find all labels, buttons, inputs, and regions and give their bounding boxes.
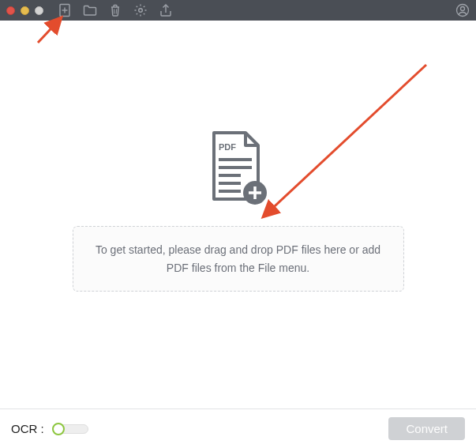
toolbar-right	[455, 3, 470, 17]
add-file-icon[interactable]	[58, 3, 72, 17]
trash-icon[interactable]	[108, 3, 122, 17]
footer: OCR : Convert	[0, 408, 476, 448]
toggle-knob	[52, 423, 65, 435]
export-icon[interactable]	[159, 3, 173, 17]
pdf-add-icon: PDF	[204, 130, 272, 212]
ocr-label: OCR :	[11, 422, 44, 435]
svg-point-7	[461, 7, 465, 11]
user-icon[interactable]	[455, 3, 470, 17]
ocr-toggle[interactable]	[52, 421, 88, 437]
close-window-button[interactable]	[6, 6, 15, 15]
svg-point-5	[139, 9, 143, 13]
convert-button[interactable]: Convert	[388, 417, 465, 440]
pdf-badge-text: PDF	[219, 142, 236, 152]
folder-open-icon[interactable]	[83, 3, 97, 17]
main-area: PDF To get started, please drag and drop…	[0, 21, 476, 408]
toolbar	[58, 3, 173, 17]
dropzone[interactable]: To get started, please drag and drop PDF…	[73, 226, 404, 292]
zoom-window-button[interactable]	[35, 6, 43, 15]
minimize-window-button[interactable]	[21, 6, 29, 15]
gear-icon[interactable]	[133, 3, 148, 17]
convert-button-label: Convert	[406, 422, 448, 435]
window-controls	[6, 6, 43, 15]
dropzone-text: To get started, please drag and drop PDF…	[96, 243, 380, 273]
titlebar	[0, 0, 476, 21]
